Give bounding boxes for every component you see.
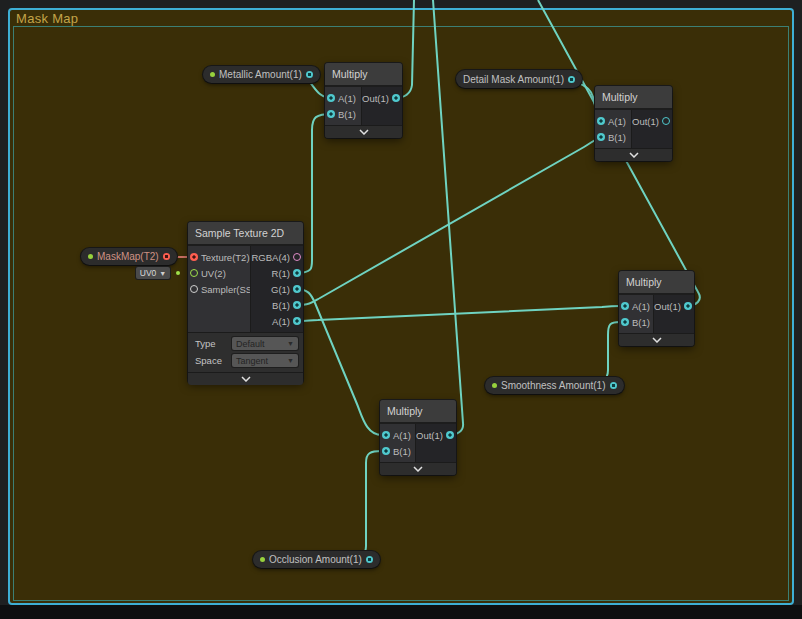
node-title: Multiply [595, 86, 672, 108]
collapse-toggle[interactable] [619, 333, 694, 346]
pill-label: Occlusion Amount(1) [269, 554, 362, 565]
port-a-input[interactable] [327, 94, 335, 102]
port-label: Texture(T2) [201, 252, 250, 263]
port-label: G(1) [271, 284, 290, 295]
port-g-output[interactable] [293, 285, 301, 293]
port-b-input[interactable] [327, 110, 335, 118]
port-label: A(1) [338, 93, 356, 104]
space-dropdown-value: Tangent [236, 356, 285, 366]
port-uv-input[interactable] [190, 269, 198, 277]
collapse-toggle[interactable] [325, 125, 402, 138]
pill-port[interactable] [610, 382, 617, 389]
node-title: Multiply [380, 400, 456, 422]
chevron-down-icon [413, 466, 423, 472]
collapse-toggle[interactable] [595, 148, 672, 161]
uv-default-value-dot [176, 271, 180, 275]
port-texture-input[interactable] [190, 253, 198, 261]
port-out-output[interactable] [392, 94, 400, 102]
port-label: B(1) [393, 446, 411, 457]
type-dropdown[interactable]: Default▼ [232, 337, 298, 350]
collapse-toggle[interactable] [188, 372, 303, 385]
port-label: B(1) [272, 300, 290, 311]
chevron-down-icon [629, 152, 639, 158]
type-dropdown-value: Default [236, 339, 285, 349]
exposed-dot-icon [88, 254, 93, 259]
collapse-toggle[interactable] [380, 462, 456, 475]
port-rgba-output[interactable] [293, 253, 301, 261]
pill-port[interactable] [306, 71, 313, 78]
exposed-dot-icon [492, 383, 497, 388]
pill-detail-mask-amount[interactable]: Detail Mask Amount(1) [456, 70, 582, 88]
port-a-output[interactable] [293, 317, 301, 325]
canvas-bottom-strip [0, 605, 802, 619]
port-label: Out(1) [416, 430, 443, 441]
exposed-dot-icon [210, 72, 215, 77]
node-multiply-metallic[interactable]: Multiply A(1) B(1) Out(1) [325, 63, 402, 138]
uv-dropdown-value: UV0 [140, 268, 157, 278]
port-a-input[interactable] [382, 431, 390, 439]
space-dropdown[interactable]: Tangent▼ [232, 354, 298, 367]
pill-smoothness-amount[interactable]: Smoothness Amount(1) [485, 377, 624, 394]
port-out-output[interactable] [446, 431, 454, 439]
port-b-input[interactable] [597, 133, 605, 141]
pill-label: Detail Mask Amount(1) [463, 74, 564, 85]
port-label: B(1) [608, 132, 626, 143]
group-title: Mask Map [16, 11, 78, 26]
chevron-down-icon: ▼ [287, 357, 294, 364]
chevron-down-icon [652, 337, 662, 343]
port-label: UV(2) [201, 268, 226, 279]
port-label: Out(1) [654, 301, 681, 312]
port-a-input[interactable] [621, 302, 629, 310]
pill-label: Smoothness Amount(1) [501, 380, 606, 391]
pill-label: Metallic Amount(1) [219, 69, 302, 80]
chevron-down-icon: ▼ [287, 340, 294, 347]
port-label: B(1) [632, 317, 650, 328]
pill-maskmap-property[interactable]: MaskMap(T2) [81, 248, 177, 265]
port-label: A(1) [272, 316, 290, 327]
pill-label: MaskMap(T2) [97, 251, 159, 262]
port-out-output[interactable] [662, 117, 670, 125]
port-r-output[interactable] [293, 269, 301, 277]
pill-metallic-amount[interactable]: Metallic Amount(1) [203, 66, 320, 83]
pill-port[interactable] [366, 556, 373, 563]
node-multiply-occlusion[interactable]: Multiply A(1) B(1) Out(1) [380, 400, 456, 475]
port-label: Out(1) [362, 93, 389, 104]
chevron-down-icon [241, 376, 251, 382]
port-label: RGBA(4) [251, 252, 290, 263]
control-label-space: Space [195, 355, 228, 366]
chevron-down-icon [359, 129, 369, 135]
port-sampler-input[interactable] [190, 285, 198, 293]
pill-port[interactable] [568, 76, 575, 83]
port-label: Out(1) [632, 116, 659, 127]
node-multiply-smoothness[interactable]: Multiply A(1) B(1) Out(1) [619, 271, 694, 346]
exposed-dot-icon [260, 557, 265, 562]
port-label: A(1) [393, 430, 411, 441]
node-title: Multiply [325, 63, 402, 85]
port-out-output[interactable] [684, 302, 692, 310]
port-label: R(1) [272, 268, 290, 279]
port-b-output[interactable] [293, 301, 301, 309]
node-title: Sample Texture 2D [188, 222, 303, 244]
node-sample-texture-2d[interactable]: Sample Texture 2D Texture(T2) UV(2) Samp… [188, 222, 303, 383]
port-b-input[interactable] [382, 447, 390, 455]
port-label: A(1) [608, 116, 626, 127]
node-multiply-detail[interactable]: Multiply A(1) B(1) Out(1) [595, 86, 672, 161]
port-label: A(1) [632, 301, 650, 312]
chevron-down-icon: ▼ [159, 270, 166, 277]
port-b-input[interactable] [621, 318, 629, 326]
port-label: Sampler(SS) [201, 284, 255, 295]
uv-channel-dropdown[interactable]: UV0 ▼ [136, 267, 170, 279]
control-label-type: Type [195, 338, 228, 349]
shader-graph-canvas[interactable]: Mask Map Sample Texture 2D Texture(T2) U… [0, 0, 802, 619]
pill-occlusion-amount[interactable]: Occlusion Amount(1) [253, 551, 380, 568]
pill-port[interactable] [163, 253, 170, 260]
port-label: B(1) [338, 109, 356, 120]
node-title: Multiply [619, 271, 694, 293]
port-a-input[interactable] [597, 117, 605, 125]
